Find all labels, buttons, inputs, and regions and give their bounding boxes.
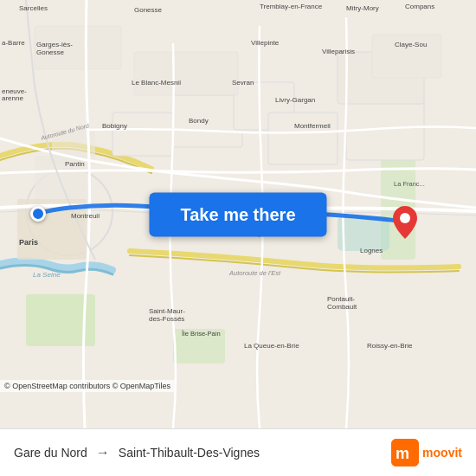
svg-text:La Seine: La Seine bbox=[33, 271, 61, 279]
svg-point-54 bbox=[400, 213, 410, 223]
svg-text:Pantin: Pantin bbox=[65, 160, 85, 168]
footer: Gare du Nord → Saint-Thibault-Des-Vignes… bbox=[0, 428, 476, 476]
svg-rect-12 bbox=[268, 113, 338, 164]
svg-text:Montfermeil: Montfermeil bbox=[294, 122, 331, 130]
svg-text:arenne: arenne bbox=[2, 94, 23, 102]
destination-marker bbox=[393, 206, 417, 242]
svg-text:Lognes: Lognes bbox=[360, 247, 383, 254]
svg-text:Pontault-: Pontault- bbox=[327, 295, 355, 303]
svg-text:Paris: Paris bbox=[19, 238, 38, 247]
svg-text:m: m bbox=[396, 445, 409, 462]
footer-arrow-icon: → bbox=[96, 445, 110, 460]
svg-text:Compans: Compans bbox=[405, 3, 434, 10]
svg-text:Livry-Gargan: Livry-Gargan bbox=[275, 96, 315, 104]
svg-text:Bobigny: Bobigny bbox=[102, 122, 127, 130]
svg-text:des-Fossés: des-Fossés bbox=[149, 315, 184, 323]
svg-rect-16 bbox=[134, 52, 238, 95]
svg-text:Villeparisis: Villeparisis bbox=[322, 48, 355, 55]
svg-text:Gonesse: Gonesse bbox=[134, 6, 163, 14]
svg-text:a-Barre: a-Barre bbox=[2, 39, 25, 47]
map-container: Sarcelles Gonesse Tremblay-en-France Mit… bbox=[0, 0, 476, 428]
svg-text:Sevran: Sevran bbox=[232, 79, 254, 87]
svg-text:Bondy: Bondy bbox=[189, 117, 209, 125]
svg-rect-5 bbox=[338, 216, 389, 251]
svg-text:Montreuil: Montreuil bbox=[71, 212, 100, 220]
svg-text:Claye-Sou: Claye-Sou bbox=[395, 41, 427, 48]
svg-text:La Queue-en-Brie: La Queue-en-Brie bbox=[244, 342, 299, 350]
svg-text:Autoroute de l'Est: Autoroute de l'Est bbox=[228, 269, 281, 277]
footer-destination-label: Saint-Thibault-Des-Vignes bbox=[119, 446, 260, 460]
svg-text:Saint-Maur-: Saint-Maur- bbox=[149, 307, 185, 315]
footer-origin-label: Gare du Nord bbox=[14, 446, 87, 460]
svg-text:Combault: Combault bbox=[327, 303, 357, 311]
svg-rect-9 bbox=[113, 113, 173, 156]
app: Sarcelles Gonesse Tremblay-en-France Mit… bbox=[0, 0, 476, 476]
svg-text:Mitry-Mory: Mitry-Mory bbox=[346, 4, 379, 12]
svg-text:Île Brise-Pain: Île Brise-Pain bbox=[181, 330, 221, 338]
moovit-logo: m moovit bbox=[391, 439, 462, 466]
svg-text:La Franc...: La Franc... bbox=[394, 180, 425, 188]
svg-text:Roissy-en-Brie: Roissy-en-Brie bbox=[367, 342, 413, 350]
svg-text:Garges-lès-: Garges-lès- bbox=[36, 41, 73, 48]
origin-marker bbox=[30, 206, 46, 222]
map-attribution: © OpenStreetMap contributors © OpenMapTi… bbox=[0, 380, 175, 392]
moovit-icon: m bbox=[391, 439, 419, 466]
moovit-brand-name: moovit bbox=[422, 446, 462, 460]
svg-text:Le Blanc-Mesnil: Le Blanc-Mesnil bbox=[132, 79, 181, 87]
svg-text:Gonesse: Gonesse bbox=[36, 48, 65, 56]
svg-text:Sarcelles: Sarcelles bbox=[19, 4, 48, 12]
svg-text:Villepinte: Villepinte bbox=[251, 39, 280, 47]
take-me-there-button[interactable]: Take me there bbox=[149, 192, 326, 236]
svg-text:Tremblay-en-France: Tremblay-en-France bbox=[260, 3, 323, 10]
